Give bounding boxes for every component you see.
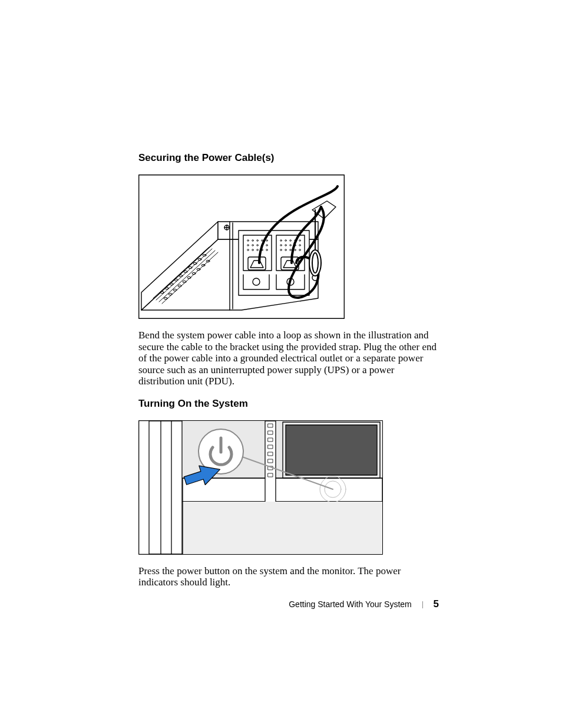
power-cable-loop-illustration-icon (138, 174, 345, 319)
power-button-press-illustration-icon (138, 420, 383, 555)
page-footer: Getting Started With Your System 5 (138, 598, 439, 610)
svg-point-60 (309, 250, 321, 276)
footer-chapter-title: Getting Started With Your System (289, 599, 412, 609)
footer-separator (422, 601, 423, 608)
paragraph-turning-on-system: Press the power button on the system and… (138, 565, 439, 588)
svg-rect-24 (276, 235, 305, 271)
footer-page-number: 5 (434, 598, 439, 610)
svg-rect-93 (183, 502, 382, 554)
paragraph-securing-power-cable: Bend the system power cable into a loop … (138, 330, 439, 387)
svg-rect-23 (243, 235, 272, 271)
figure-power-cable-loop (138, 174, 439, 319)
figure-power-button-press (138, 420, 439, 555)
svg-rect-64 (149, 421, 182, 554)
document-page: Securing the Power Cable(s) (0, 0, 562, 728)
heading-turning-on-system: Turning On the System (138, 398, 439, 410)
page-content: Securing the Power Cable(s) (138, 152, 439, 599)
heading-securing-power-cable: Securing the Power Cable(s) (138, 152, 439, 164)
svg-rect-67 (183, 478, 382, 502)
svg-rect-86 (286, 425, 377, 475)
